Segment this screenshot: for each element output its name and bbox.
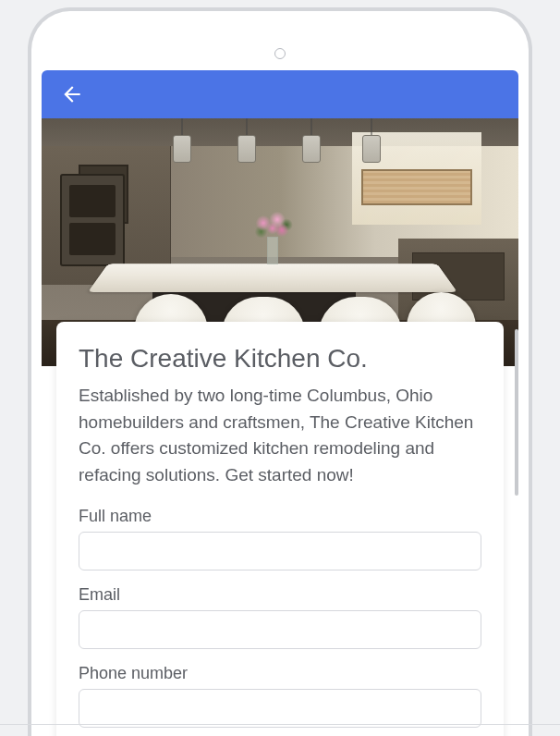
form-group-email: Email	[79, 585, 481, 649]
business-description: Established by two long-time Columbus, O…	[79, 383, 481, 488]
screen: The Creative Kitchen Co. Established by …	[42, 70, 518, 736]
email-input[interactable]	[79, 610, 481, 649]
form-group-full-name: Full name	[79, 507, 481, 570]
phone-frame: The Creative Kitchen Co. Established by …	[28, 7, 532, 736]
business-title: The Creative Kitchen Co.	[79, 344, 481, 374]
camera-icon	[274, 48, 286, 59]
business-card: The Creative Kitchen Co. Established by …	[56, 322, 504, 736]
email-label: Email	[79, 585, 481, 605]
phone-input[interactable]	[79, 689, 481, 728]
full-name-label: Full name	[79, 507, 481, 526]
divider	[0, 724, 560, 725]
form-group-phone: Phone number	[79, 664, 481, 728]
back-arrow-icon	[60, 82, 84, 106]
phone-label: Phone number	[79, 664, 481, 683]
top-bar	[42, 70, 518, 118]
full-name-input[interactable]	[79, 532, 481, 570]
back-button[interactable]	[60, 82, 84, 106]
scrollbar[interactable]	[515, 329, 518, 496]
